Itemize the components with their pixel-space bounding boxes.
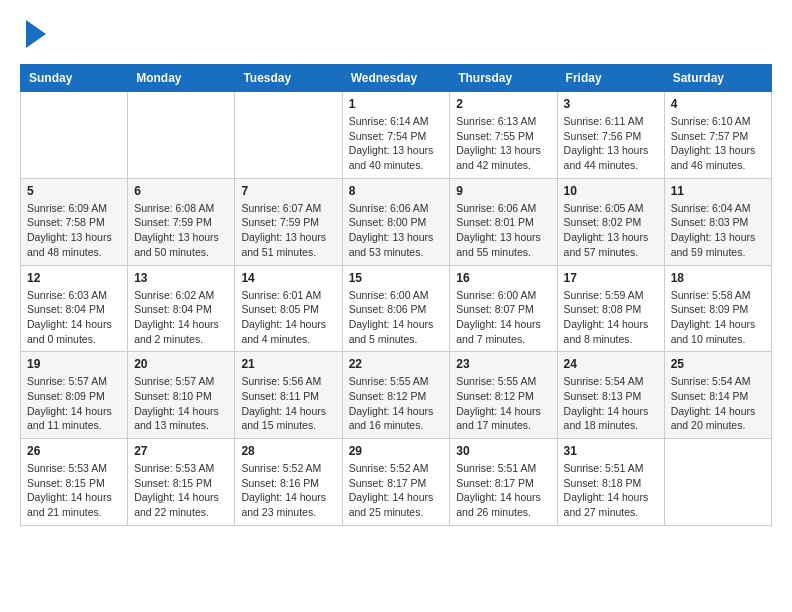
day-info: Sunrise: 5:55 AMSunset: 8:12 PMDaylight:… — [349, 374, 444, 433]
day-info: Sunrise: 5:59 AMSunset: 8:08 PMDaylight:… — [564, 288, 658, 347]
calendar-cell: 19Sunrise: 5:57 AMSunset: 8:09 PMDayligh… — [21, 352, 128, 439]
calendar-cell: 15Sunrise: 6:00 AMSunset: 8:06 PMDayligh… — [342, 265, 450, 352]
day-info: Sunrise: 6:06 AMSunset: 8:00 PMDaylight:… — [349, 201, 444, 260]
day-info: Sunrise: 5:55 AMSunset: 8:12 PMDaylight:… — [456, 374, 550, 433]
calendar-cell — [21, 92, 128, 179]
calendar-week-row: 5Sunrise: 6:09 AMSunset: 7:58 PMDaylight… — [21, 178, 772, 265]
calendar-cell: 12Sunrise: 6:03 AMSunset: 8:04 PMDayligh… — [21, 265, 128, 352]
calendar-cell: 10Sunrise: 6:05 AMSunset: 8:02 PMDayligh… — [557, 178, 664, 265]
day-number: 15 — [349, 271, 444, 285]
day-number: 23 — [456, 357, 550, 371]
day-number: 11 — [671, 184, 765, 198]
calendar-week-row: 26Sunrise: 5:53 AMSunset: 8:15 PMDayligh… — [21, 439, 772, 526]
calendar-cell — [664, 439, 771, 526]
calendar-cell: 16Sunrise: 6:00 AMSunset: 8:07 PMDayligh… — [450, 265, 557, 352]
day-info: Sunrise: 6:08 AMSunset: 7:59 PMDaylight:… — [134, 201, 228, 260]
calendar-cell: 17Sunrise: 5:59 AMSunset: 8:08 PMDayligh… — [557, 265, 664, 352]
calendar-cell: 2Sunrise: 6:13 AMSunset: 7:55 PMDaylight… — [450, 92, 557, 179]
calendar-cell: 21Sunrise: 5:56 AMSunset: 8:11 PMDayligh… — [235, 352, 342, 439]
day-number: 18 — [671, 271, 765, 285]
day-number: 19 — [27, 357, 121, 371]
calendar-week-row: 1Sunrise: 6:14 AMSunset: 7:54 PMDaylight… — [21, 92, 772, 179]
calendar-cell: 18Sunrise: 5:58 AMSunset: 8:09 PMDayligh… — [664, 265, 771, 352]
day-number: 2 — [456, 97, 550, 111]
calendar-cell: 22Sunrise: 5:55 AMSunset: 8:12 PMDayligh… — [342, 352, 450, 439]
day-info: Sunrise: 6:00 AMSunset: 8:07 PMDaylight:… — [456, 288, 550, 347]
calendar-table: SundayMondayTuesdayWednesdayThursdayFrid… — [20, 64, 772, 526]
day-info: Sunrise: 5:54 AMSunset: 8:14 PMDaylight:… — [671, 374, 765, 433]
day-info: Sunrise: 5:52 AMSunset: 8:16 PMDaylight:… — [241, 461, 335, 520]
day-info: Sunrise: 5:51 AMSunset: 8:17 PMDaylight:… — [456, 461, 550, 520]
day-number: 30 — [456, 444, 550, 458]
day-number: 9 — [456, 184, 550, 198]
day-number: 13 — [134, 271, 228, 285]
day-number: 24 — [564, 357, 658, 371]
day-info: Sunrise: 6:05 AMSunset: 8:02 PMDaylight:… — [564, 201, 658, 260]
calendar-cell: 27Sunrise: 5:53 AMSunset: 8:15 PMDayligh… — [128, 439, 235, 526]
logo-arrow-icon — [26, 20, 46, 48]
logo — [20, 20, 46, 48]
calendar-day-header: Sunday — [21, 65, 128, 92]
calendar-cell: 28Sunrise: 5:52 AMSunset: 8:16 PMDayligh… — [235, 439, 342, 526]
day-info: Sunrise: 6:14 AMSunset: 7:54 PMDaylight:… — [349, 114, 444, 173]
calendar-day-header: Saturday — [664, 65, 771, 92]
calendar-cell: 20Sunrise: 5:57 AMSunset: 8:10 PMDayligh… — [128, 352, 235, 439]
day-number: 8 — [349, 184, 444, 198]
calendar-day-header: Thursday — [450, 65, 557, 92]
day-number: 12 — [27, 271, 121, 285]
day-info: Sunrise: 6:06 AMSunset: 8:01 PMDaylight:… — [456, 201, 550, 260]
day-info: Sunrise: 5:53 AMSunset: 8:15 PMDaylight:… — [27, 461, 121, 520]
calendar-cell: 8Sunrise: 6:06 AMSunset: 8:00 PMDaylight… — [342, 178, 450, 265]
calendar-week-row: 19Sunrise: 5:57 AMSunset: 8:09 PMDayligh… — [21, 352, 772, 439]
calendar-day-header: Monday — [128, 65, 235, 92]
day-info: Sunrise: 6:02 AMSunset: 8:04 PMDaylight:… — [134, 288, 228, 347]
day-number: 27 — [134, 444, 228, 458]
calendar-cell: 29Sunrise: 5:52 AMSunset: 8:17 PMDayligh… — [342, 439, 450, 526]
calendar-day-header: Friday — [557, 65, 664, 92]
day-number: 4 — [671, 97, 765, 111]
day-info: Sunrise: 6:13 AMSunset: 7:55 PMDaylight:… — [456, 114, 550, 173]
day-info: Sunrise: 5:52 AMSunset: 8:17 PMDaylight:… — [349, 461, 444, 520]
calendar-cell: 7Sunrise: 6:07 AMSunset: 7:59 PMDaylight… — [235, 178, 342, 265]
calendar-cell: 31Sunrise: 5:51 AMSunset: 8:18 PMDayligh… — [557, 439, 664, 526]
calendar-cell: 13Sunrise: 6:02 AMSunset: 8:04 PMDayligh… — [128, 265, 235, 352]
day-info: Sunrise: 5:51 AMSunset: 8:18 PMDaylight:… — [564, 461, 658, 520]
day-number: 16 — [456, 271, 550, 285]
calendar-cell: 6Sunrise: 6:08 AMSunset: 7:59 PMDaylight… — [128, 178, 235, 265]
day-info: Sunrise: 5:58 AMSunset: 8:09 PMDaylight:… — [671, 288, 765, 347]
day-info: Sunrise: 6:03 AMSunset: 8:04 PMDaylight:… — [27, 288, 121, 347]
calendar-cell — [235, 92, 342, 179]
day-number: 10 — [564, 184, 658, 198]
day-number: 5 — [27, 184, 121, 198]
day-number: 31 — [564, 444, 658, 458]
calendar-cell: 24Sunrise: 5:54 AMSunset: 8:13 PMDayligh… — [557, 352, 664, 439]
day-number: 3 — [564, 97, 658, 111]
calendar-cell — [128, 92, 235, 179]
day-info: Sunrise: 5:53 AMSunset: 8:15 PMDaylight:… — [134, 461, 228, 520]
calendar-day-header: Tuesday — [235, 65, 342, 92]
day-info: Sunrise: 6:09 AMSunset: 7:58 PMDaylight:… — [27, 201, 121, 260]
calendar-day-header: Wednesday — [342, 65, 450, 92]
day-number: 20 — [134, 357, 228, 371]
calendar-body: 1Sunrise: 6:14 AMSunset: 7:54 PMDaylight… — [21, 92, 772, 526]
day-info: Sunrise: 6:01 AMSunset: 8:05 PMDaylight:… — [241, 288, 335, 347]
day-number: 26 — [27, 444, 121, 458]
calendar-cell: 9Sunrise: 6:06 AMSunset: 8:01 PMDaylight… — [450, 178, 557, 265]
calendar-cell: 23Sunrise: 5:55 AMSunset: 8:12 PMDayligh… — [450, 352, 557, 439]
calendar-cell: 4Sunrise: 6:10 AMSunset: 7:57 PMDaylight… — [664, 92, 771, 179]
day-number: 17 — [564, 271, 658, 285]
calendar-cell: 5Sunrise: 6:09 AMSunset: 7:58 PMDaylight… — [21, 178, 128, 265]
calendar-cell: 25Sunrise: 5:54 AMSunset: 8:14 PMDayligh… — [664, 352, 771, 439]
day-number: 25 — [671, 357, 765, 371]
calendar-cell: 3Sunrise: 6:11 AMSunset: 7:56 PMDaylight… — [557, 92, 664, 179]
day-number: 7 — [241, 184, 335, 198]
day-number: 6 — [134, 184, 228, 198]
day-number: 14 — [241, 271, 335, 285]
day-number: 1 — [349, 97, 444, 111]
day-info: Sunrise: 5:56 AMSunset: 8:11 PMDaylight:… — [241, 374, 335, 433]
day-info: Sunrise: 5:57 AMSunset: 8:09 PMDaylight:… — [27, 374, 121, 433]
day-number: 21 — [241, 357, 335, 371]
page-header — [20, 20, 772, 48]
calendar-header-row: SundayMondayTuesdayWednesdayThursdayFrid… — [21, 65, 772, 92]
day-info: Sunrise: 6:00 AMSunset: 8:06 PMDaylight:… — [349, 288, 444, 347]
